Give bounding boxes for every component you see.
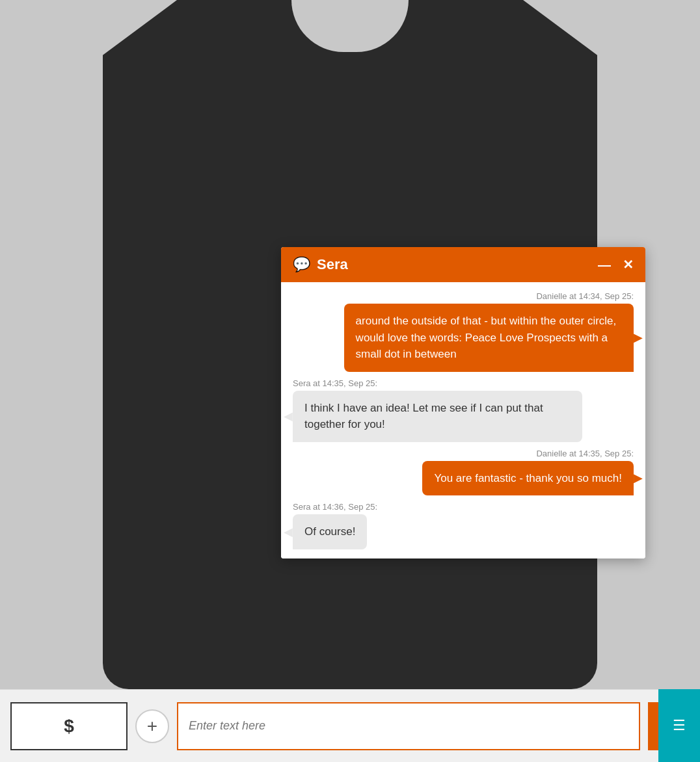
message-timestamp: Danielle at 14:35, Sep 25:	[536, 449, 634, 458]
message-timestamp: Danielle at 14:34, Sep 25:	[536, 291, 634, 301]
message-timestamp: Sera at 14:35, Sep 25:	[293, 378, 377, 388]
message-row: Danielle at 14:34, Sep 25: around the ou…	[293, 291, 634, 372]
chat-header: 💬 Sera — ✕	[281, 247, 645, 282]
close-button[interactable]: ✕	[623, 258, 634, 271]
bottom-bar: $ + →	[0, 689, 700, 762]
minimize-button[interactable]: —	[598, 258, 611, 271]
chat-header-actions: — ✕	[598, 258, 634, 271]
teal-icon: ☰	[673, 717, 686, 734]
chat-bubble-icon: 💬	[293, 256, 310, 273]
message-row: Sera at 14:36, Sep 25: Of course!	[293, 502, 634, 549]
chat-header-left: 💬 Sera	[293, 256, 348, 273]
chat-title: Sera	[317, 256, 348, 273]
chat-text-input[interactable]	[177, 702, 640, 750]
message-timestamp: Sera at 14:36, Sep 25:	[293, 502, 377, 512]
add-button[interactable]: +	[135, 709, 169, 743]
chat-widget: 💬 Sera — ✕ Danielle at 14:34, Sep 25: ar…	[281, 247, 645, 558]
message-bubble-incoming: Of course!	[293, 514, 367, 549]
message-row: Sera at 14:35, Sep 25: I think I have an…	[293, 378, 634, 442]
message-row: Danielle at 14:35, Sep 25: You are fanta…	[293, 449, 634, 496]
teal-side-button[interactable]: ☰	[658, 689, 700, 762]
price-box: $	[10, 702, 128, 750]
message-bubble-outgoing: around the outside of that - but within …	[344, 304, 634, 372]
chat-body: Danielle at 14:34, Sep 25: around the ou…	[281, 282, 645, 558]
message-bubble-incoming: I think I have an idea! Let me see if I …	[293, 391, 582, 442]
price-symbol: $	[64, 716, 74, 737]
message-bubble-outgoing: You are fantastic - thank you so much!	[422, 461, 634, 496]
